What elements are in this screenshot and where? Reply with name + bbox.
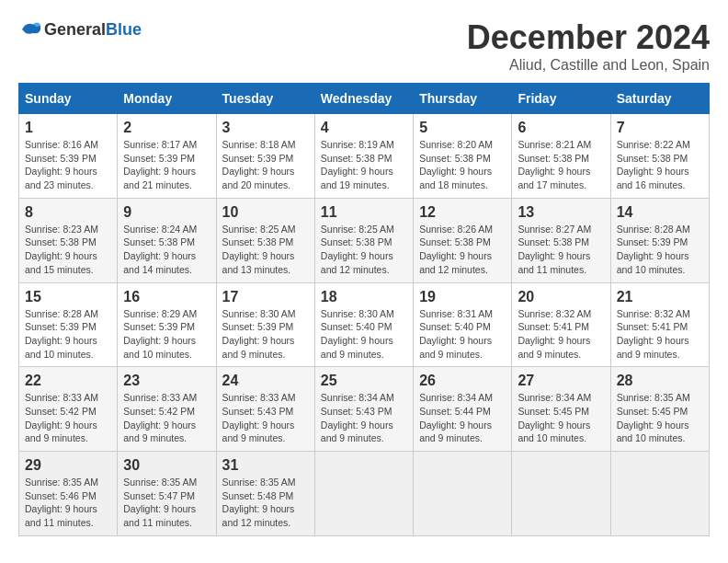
sunset: Sunset: 5:39 PM <box>25 321 97 332</box>
day-number: 24 <box>222 373 309 389</box>
sunset: Sunset: 5:39 PM <box>617 236 688 247</box>
day-number: 28 <box>617 373 703 389</box>
day-info: Sunrise: 8:20 AM Sunset: 5:38 PM Dayligh… <box>419 138 506 192</box>
sunrise: Sunrise: 8:31 AM <box>419 308 493 319</box>
day-info: Sunrise: 8:25 AM Sunset: 5:38 PM Dayligh… <box>222 223 309 277</box>
sunset: Sunset: 5:43 PM <box>222 406 294 417</box>
daylight: Daylight: 9 hours and 9 minutes. <box>419 335 492 360</box>
calendar-week-3: 15 Sunrise: 8:28 AM Sunset: 5:39 PM Dayl… <box>19 282 710 367</box>
sunrise: Sunrise: 8:34 AM <box>321 392 394 403</box>
day-number: 19 <box>419 289 506 305</box>
calendar-cell <box>512 452 610 536</box>
daylight: Daylight: 9 hours and 16 minutes. <box>617 166 689 190</box>
day-info: Sunrise: 8:17 AM Sunset: 5:39 PM Dayligh… <box>123 138 210 192</box>
day-number: 14 <box>617 204 703 221</box>
day-info: Sunrise: 8:33 AM Sunset: 5:42 PM Dayligh… <box>25 391 111 445</box>
day-number: 30 <box>123 457 210 474</box>
sunset: Sunset: 5:38 PM <box>321 153 392 164</box>
daylight: Daylight: 9 hours and 14 minutes. <box>123 250 196 275</box>
daylight: Daylight: 9 hours and 11 minutes. <box>25 503 97 528</box>
calendar-cell: 27 Sunrise: 8:34 AM Sunset: 5:45 PM Dayl… <box>512 367 610 452</box>
calendar-cell: 3 Sunrise: 8:18 AM Sunset: 5:39 PM Dayli… <box>216 114 314 199</box>
calendar-cell: 23 Sunrise: 8:33 AM Sunset: 5:42 PM Dayl… <box>118 367 216 452</box>
day-info: Sunrise: 8:34 AM Sunset: 5:44 PM Dayligh… <box>419 391 506 445</box>
daylight: Daylight: 9 hours and 23 minutes. <box>25 166 97 190</box>
day-number: 5 <box>419 120 506 136</box>
calendar-week-5: 29 Sunrise: 8:35 AM Sunset: 5:46 PM Dayl… <box>19 452 710 536</box>
sunset: Sunset: 5:44 PM <box>419 406 491 417</box>
calendar-cell: 26 Sunrise: 8:34 AM Sunset: 5:44 PM Dayl… <box>414 367 512 452</box>
calendar-cell: 10 Sunrise: 8:25 AM Sunset: 5:38 PM Dayl… <box>216 198 314 282</box>
calendar-cell: 8 Sunrise: 8:23 AM Sunset: 5:38 PM Dayli… <box>19 198 118 282</box>
sunrise: Sunrise: 8:28 AM <box>25 308 98 319</box>
day-info: Sunrise: 8:22 AM Sunset: 5:38 PM Dayligh… <box>617 138 703 192</box>
calendar-week-2: 8 Sunrise: 8:23 AM Sunset: 5:38 PM Dayli… <box>19 198 710 282</box>
sunset: Sunset: 5:46 PM <box>25 490 97 501</box>
calendar-cell: 16 Sunrise: 8:29 AM Sunset: 5:39 PM Dayl… <box>118 282 216 367</box>
day-number: 29 <box>25 457 111 474</box>
daylight: Daylight: 9 hours and 20 minutes. <box>222 166 295 190</box>
page-title: December 2024 <box>467 18 710 57</box>
sunset: Sunset: 5:38 PM <box>518 153 589 164</box>
daylight: Daylight: 9 hours and 19 minutes. <box>321 166 393 190</box>
day-number: 9 <box>123 204 210 221</box>
sunset: Sunset: 5:41 PM <box>518 321 589 332</box>
sunrise: Sunrise: 8:27 AM <box>518 224 591 235</box>
day-info: Sunrise: 8:34 AM Sunset: 5:45 PM Dayligh… <box>518 391 604 445</box>
header-friday: Friday <box>512 84 610 114</box>
daylight: Daylight: 9 hours and 9 minutes. <box>617 335 689 360</box>
sunrise: Sunrise: 8:25 AM <box>222 224 296 235</box>
day-info: Sunrise: 8:33 AM Sunset: 5:43 PM Dayligh… <box>222 391 309 445</box>
daylight: Daylight: 9 hours and 12 minutes. <box>222 503 295 528</box>
sunrise: Sunrise: 8:18 AM <box>222 139 296 150</box>
title-section: December 2024 Aliud, Castille and Leon, … <box>467 18 710 74</box>
calendar-cell: 2 Sunrise: 8:17 AM Sunset: 5:39 PM Dayli… <box>118 114 216 199</box>
calendar-week-4: 22 Sunrise: 8:33 AM Sunset: 5:42 PM Dayl… <box>19 367 710 452</box>
daylight: Daylight: 9 hours and 18 minutes. <box>419 166 492 190</box>
sunset: Sunset: 5:48 PM <box>222 490 294 501</box>
day-number: 22 <box>25 373 111 389</box>
sunset: Sunset: 5:38 PM <box>25 236 97 247</box>
day-number: 18 <box>321 289 407 305</box>
day-number: 7 <box>617 120 703 136</box>
sunrise: Sunrise: 8:19 AM <box>321 139 394 150</box>
calendar-cell: 31 Sunrise: 8:35 AM Sunset: 5:48 PM Dayl… <box>216 452 314 536</box>
sunset: Sunset: 5:38 PM <box>321 236 392 247</box>
header-monday: Monday <box>118 84 216 114</box>
calendar-cell <box>314 452 413 536</box>
day-info: Sunrise: 8:35 AM Sunset: 5:48 PM Dayligh… <box>222 476 309 530</box>
sunset: Sunset: 5:39 PM <box>222 153 294 164</box>
day-info: Sunrise: 8:19 AM Sunset: 5:38 PM Dayligh… <box>321 138 407 192</box>
calendar-cell: 12 Sunrise: 8:26 AM Sunset: 5:38 PM Dayl… <box>414 198 512 282</box>
sunrise: Sunrise: 8:22 AM <box>617 139 690 150</box>
sunset: Sunset: 5:38 PM <box>419 236 491 247</box>
header-tuesday: Tuesday <box>216 84 314 114</box>
day-number: 27 <box>518 373 604 389</box>
header-row: Sunday Monday Tuesday Wednesday Thursday… <box>19 84 710 114</box>
day-number: 26 <box>419 373 506 389</box>
header-wednesday: Wednesday <box>314 84 413 114</box>
day-info: Sunrise: 8:33 AM Sunset: 5:42 PM Dayligh… <box>123 391 210 445</box>
logo-general: General <box>44 20 106 39</box>
day-info: Sunrise: 8:27 AM Sunset: 5:38 PM Dayligh… <box>518 223 604 277</box>
day-info: Sunrise: 8:21 AM Sunset: 5:38 PM Dayligh… <box>518 138 604 192</box>
daylight: Daylight: 9 hours and 11 minutes. <box>518 250 590 275</box>
day-number: 12 <box>419 204 506 221</box>
sunrise: Sunrise: 8:26 AM <box>419 224 493 235</box>
sunset: Sunset: 5:42 PM <box>123 406 195 417</box>
calendar-cell: 30 Sunrise: 8:35 AM Sunset: 5:47 PM Dayl… <box>118 452 216 536</box>
sunrise: Sunrise: 8:33 AM <box>222 392 296 403</box>
day-number: 25 <box>321 373 407 389</box>
daylight: Daylight: 9 hours and 10 minutes. <box>123 335 196 360</box>
daylight: Daylight: 9 hours and 9 minutes. <box>222 335 295 360</box>
day-info: Sunrise: 8:18 AM Sunset: 5:39 PM Dayligh… <box>222 138 309 192</box>
day-number: 10 <box>222 204 309 221</box>
header-saturday: Saturday <box>610 84 709 114</box>
daylight: Daylight: 9 hours and 21 minutes. <box>123 166 196 190</box>
sunrise: Sunrise: 8:32 AM <box>617 308 690 319</box>
calendar-cell: 21 Sunrise: 8:32 AM Sunset: 5:41 PM Dayl… <box>610 282 709 367</box>
sunrise: Sunrise: 8:35 AM <box>123 477 197 488</box>
daylight: Daylight: 9 hours and 12 minutes. <box>419 250 492 275</box>
day-number: 17 <box>222 289 309 305</box>
daylight: Daylight: 9 hours and 9 minutes. <box>419 419 492 444</box>
